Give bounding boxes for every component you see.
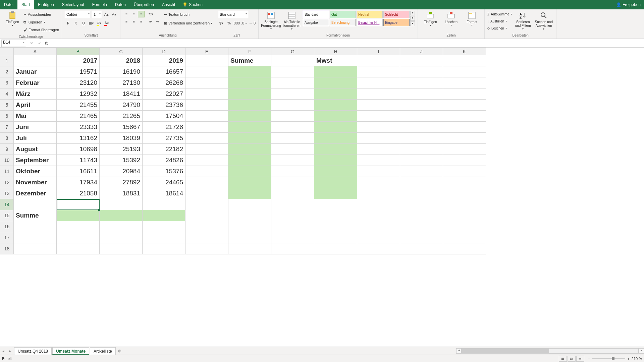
cell-F9[interactable]	[228, 144, 271, 155]
cell-H10[interactable]	[314, 155, 357, 166]
delete-cells-button[interactable]: Löschen▾	[441, 11, 461, 27]
column-header-C[interactable]: C	[100, 48, 143, 55]
cell-F15[interactable]	[228, 210, 271, 221]
column-header-J[interactable]: J	[400, 48, 443, 55]
decrease-indent-button[interactable]: ⇤	[147, 18, 154, 25]
sheet-nav-prev-button[interactable]: ◂	[2, 349, 4, 353]
decrease-font-button[interactable]: A▾	[111, 11, 117, 18]
cell-C5[interactable]: 24790	[100, 100, 143, 111]
cell-A15[interactable]: Summe	[14, 210, 57, 221]
cell-G9[interactable]	[271, 144, 314, 155]
cell-F14[interactable]	[228, 199, 271, 210]
comma-format-button[interactable]: 000	[233, 20, 240, 26]
column-header-I[interactable]: I	[357, 48, 400, 55]
cell-A8[interactable]: Juli	[14, 133, 57, 144]
row-header-1[interactable]: 1	[0, 55, 14, 66]
cell-F7[interactable]	[228, 122, 271, 133]
cell-J7[interactable]	[400, 122, 443, 133]
cell-A9[interactable]: August	[14, 144, 57, 155]
sheet-tab-umsatz-q4-2018[interactable]: Umsatz Q4 2018	[14, 347, 52, 355]
zoom-level[interactable]: 210 %	[632, 357, 642, 361]
cell-C8[interactable]: 18039	[100, 133, 143, 144]
cell-C15[interactable]	[100, 210, 143, 221]
cell-style-besuchter-h-[interactable]: Besuchter H...	[357, 19, 383, 26]
cell-J3[interactable]	[400, 77, 443, 88]
cell-J2[interactable]	[400, 66, 443, 77]
cell-K7[interactable]	[443, 122, 486, 133]
cell-G11[interactable]	[271, 166, 314, 177]
cell-D10[interactable]: 24826	[143, 155, 185, 166]
row-header-6[interactable]: 6	[0, 111, 14, 122]
cell-B8[interactable]: 13162	[57, 133, 100, 144]
cell-G2[interactable]	[271, 66, 314, 77]
enter-formula-button[interactable]: ✓	[36, 41, 44, 46]
cell-D4[interactable]: 22027	[143, 88, 185, 100]
cell-E11[interactable]	[185, 166, 228, 177]
cell-C14[interactable]	[100, 199, 143, 210]
cell-D5[interactable]: 23736	[143, 100, 185, 111]
cell-C10[interactable]: 15392	[100, 155, 143, 166]
cell-K8[interactable]	[443, 133, 486, 144]
cell-F8[interactable]	[228, 133, 271, 144]
cell-D8[interactable]: 27735	[143, 133, 185, 144]
fx-icon[interactable]: fx	[45, 41, 48, 46]
cell-E4[interactable]	[185, 88, 228, 100]
cell-I9[interactable]	[357, 144, 400, 155]
cell-style-standard[interactable]: Standard	[303, 11, 329, 18]
font-color-button[interactable]: A▾	[103, 20, 110, 26]
format-painter-button[interactable]: 🖌 Format übertragen	[23, 26, 59, 34]
cell-E9[interactable]	[185, 144, 228, 155]
cell-C6[interactable]: 21265	[100, 111, 143, 122]
cell-J1[interactable]	[400, 55, 443, 66]
cell-B2[interactable]: 19571	[57, 66, 100, 77]
scroll-track[interactable]	[462, 348, 639, 354]
cell-D2[interactable]: 16657	[143, 66, 185, 77]
format-as-table-button[interactable]: Als Tabelle formatieren▾	[282, 11, 302, 31]
cell-G6[interactable]	[271, 111, 314, 122]
cell-J4[interactable]	[400, 88, 443, 100]
row-header-18[interactable]: 18	[0, 243, 14, 254]
cell-B16[interactable]	[57, 221, 100, 232]
row-header-5[interactable]: 5	[0, 100, 14, 111]
cell-I17[interactable]	[357, 232, 400, 243]
cell-I12[interactable]	[357, 177, 400, 188]
cell-G7[interactable]	[271, 122, 314, 133]
cell-C9[interactable]: 25193	[100, 144, 143, 155]
increase-decimal-button[interactable]: .0→	[241, 20, 248, 26]
row-header-4[interactable]: 4	[0, 88, 14, 100]
view-page-layout-button[interactable]: ▤	[568, 356, 576, 362]
merge-center-button[interactable]: ⊞ Verbinden und zentrieren ▾	[164, 19, 212, 27]
cell-K9[interactable]	[443, 144, 486, 155]
cell-J10[interactable]	[400, 155, 443, 166]
cell-A3[interactable]: Februar	[14, 77, 57, 88]
ribbon-tab-ansicht[interactable]: Ansicht	[158, 0, 179, 9]
cell-H6[interactable]	[314, 111, 357, 122]
sheet-tab-artikelliste[interactable]: Artikelliste	[90, 347, 116, 355]
cell-H18[interactable]	[314, 243, 357, 254]
cell-I11[interactable]	[357, 166, 400, 177]
cell-E13[interactable]	[185, 188, 228, 199]
cell-K6[interactable]	[443, 111, 486, 122]
cell-I8[interactable]	[357, 133, 400, 144]
cell-J5[interactable]	[400, 100, 443, 111]
cell-D1[interactable]: 2019	[143, 55, 185, 66]
scroll-right-button[interactable]: ▸	[639, 348, 644, 354]
cell-G3[interactable]	[271, 77, 314, 88]
cell-C11[interactable]: 20984	[100, 166, 143, 177]
cell-C17[interactable]	[100, 232, 143, 243]
cell-C1[interactable]: 2018	[100, 55, 143, 66]
cell-E12[interactable]	[185, 177, 228, 188]
border-button[interactable]: ▦▾	[88, 20, 95, 26]
find-select-button[interactable]: Suchen und Auswählen▾	[534, 11, 553, 31]
increase-indent-button[interactable]: ⇥	[154, 18, 161, 25]
add-sheet-button[interactable]: ⊕	[116, 349, 124, 353]
view-normal-button[interactable]: ▦	[559, 356, 567, 362]
cell-G17[interactable]	[271, 232, 314, 243]
cell-style-gut[interactable]: Gut	[330, 11, 356, 18]
cell-A18[interactable]	[14, 243, 57, 254]
column-header-G[interactable]: G	[271, 48, 314, 55]
cell-H4[interactable]	[314, 88, 357, 100]
cell-C12[interactable]: 27892	[100, 177, 143, 188]
row-header-2[interactable]: 2	[0, 66, 14, 77]
cell-D14[interactable]	[143, 199, 185, 210]
